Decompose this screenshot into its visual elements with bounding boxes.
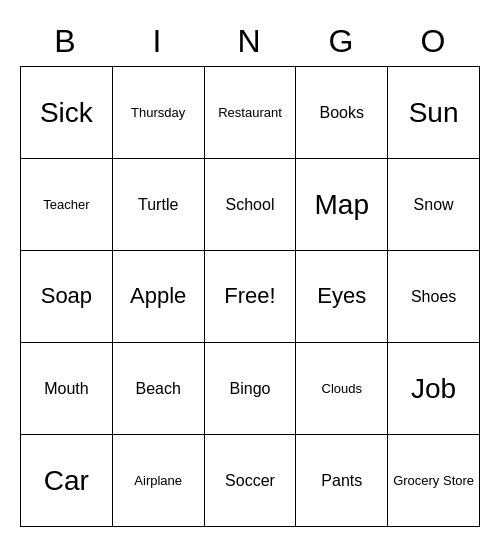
cell-r2-c1: Apple xyxy=(113,251,205,343)
bingo-card: BINGO SickThursdayRestaurantBooksSunTeac… xyxy=(20,17,480,527)
cell-r1-c2: School xyxy=(205,159,297,251)
cell-text: Mouth xyxy=(44,379,88,398)
cell-r4-c2: Soccer xyxy=(205,435,297,527)
cell-text: Pants xyxy=(321,471,362,490)
cell-r3-c4: Job xyxy=(388,343,480,435)
cell-r2-c0: Soap xyxy=(21,251,113,343)
cell-text: Thursday xyxy=(131,105,185,121)
cell-r3-c1: Beach xyxy=(113,343,205,435)
cell-r4-c1: Airplane xyxy=(113,435,205,527)
cell-text: Free! xyxy=(224,283,275,309)
cell-r4-c0: Car xyxy=(21,435,113,527)
cell-text: Snow xyxy=(414,195,454,214)
cell-r0-c4: Sun xyxy=(388,67,480,159)
cell-r2-c4: Shoes xyxy=(388,251,480,343)
cell-text: Sun xyxy=(409,96,459,130)
cell-r0-c1: Thursday xyxy=(113,67,205,159)
cell-r4-c3: Pants xyxy=(296,435,388,527)
bingo-header: BINGO xyxy=(20,17,480,66)
cell-text: Restaurant xyxy=(218,105,282,121)
cell-text: Books xyxy=(320,103,364,122)
cell-text: Apple xyxy=(130,283,186,309)
cell-text: Clouds xyxy=(322,381,362,397)
cell-r0-c2: Restaurant xyxy=(205,67,297,159)
cell-r1-c3: Map xyxy=(296,159,388,251)
cell-r1-c1: Turtle xyxy=(113,159,205,251)
cell-text: School xyxy=(226,195,275,214)
header-letter: G xyxy=(296,17,388,66)
cell-text: Beach xyxy=(136,379,181,398)
cell-text: Eyes xyxy=(317,283,366,309)
cell-r3-c0: Mouth xyxy=(21,343,113,435)
cell-r1-c4: Snow xyxy=(388,159,480,251)
cell-text: Job xyxy=(411,372,456,406)
cell-text: Sick xyxy=(40,96,93,130)
cell-text: Soap xyxy=(41,283,92,309)
cell-text: Teacher xyxy=(43,197,89,213)
cell-text: Airplane xyxy=(134,473,182,489)
header-letter: B xyxy=(20,17,112,66)
cell-r0-c3: Books xyxy=(296,67,388,159)
bingo-grid: SickThursdayRestaurantBooksSunTeacherTur… xyxy=(20,66,480,527)
header-letter: O xyxy=(388,17,480,66)
cell-text: Turtle xyxy=(138,195,178,214)
cell-text: Grocery Store xyxy=(393,473,474,489)
cell-text: Shoes xyxy=(411,287,456,306)
cell-r4-c4: Grocery Store xyxy=(388,435,480,527)
cell-r2-c2: Free! xyxy=(205,251,297,343)
header-letter: I xyxy=(112,17,204,66)
cell-text: Car xyxy=(44,464,89,498)
cell-r2-c3: Eyes xyxy=(296,251,388,343)
header-letter: N xyxy=(204,17,296,66)
cell-r3-c3: Clouds xyxy=(296,343,388,435)
cell-r0-c0: Sick xyxy=(21,67,113,159)
cell-text: Bingo xyxy=(230,379,271,398)
cell-text: Map xyxy=(315,188,369,222)
cell-r1-c0: Teacher xyxy=(21,159,113,251)
cell-r3-c2: Bingo xyxy=(205,343,297,435)
cell-text: Soccer xyxy=(225,471,275,490)
